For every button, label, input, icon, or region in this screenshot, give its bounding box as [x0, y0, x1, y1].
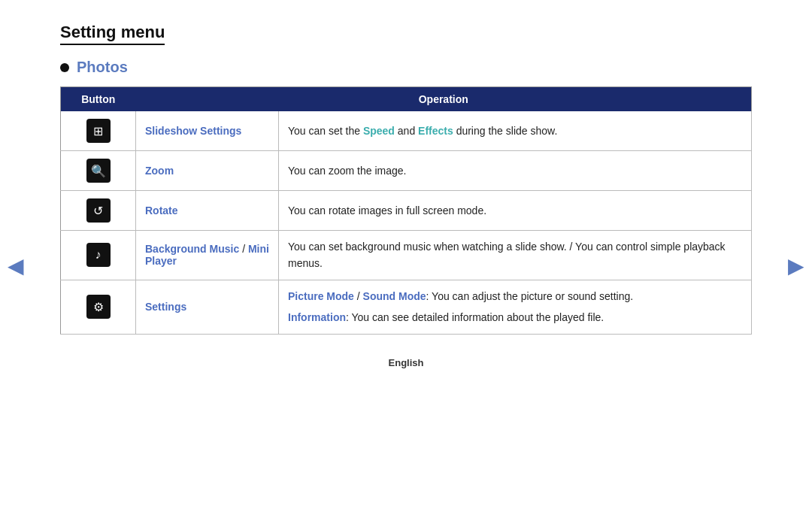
- grid-icon: ⊞: [86, 119, 111, 143]
- name-part: Zoom: [145, 165, 174, 177]
- operation-cell: You can zoom the image.: [279, 151, 752, 191]
- op-part: and: [395, 125, 418, 137]
- rotate-icon: ↺: [86, 198, 111, 223]
- section-bullet: [60, 63, 69, 72]
- op-part: Effects: [418, 125, 453, 137]
- button-cell: ♪: [61, 231, 136, 280]
- section-title: Photos: [77, 59, 128, 76]
- function-name-cell: Slideshow Settings: [136, 111, 279, 151]
- operation-cell: You can rotate images in full screen mod…: [279, 191, 752, 231]
- op-part: Picture Mode: [288, 290, 354, 302]
- table-row: ⊞Slideshow SettingsYou can set the Speed…: [61, 111, 752, 151]
- nav-right-arrow[interactable]: ▶: [788, 253, 804, 277]
- operation-cell: You can set the Speed and Effects during…: [279, 111, 752, 151]
- name-part: Background Music: [145, 243, 239, 255]
- function-name-cell: Rotate: [136, 191, 279, 231]
- op-part: during the slide show.: [453, 125, 558, 137]
- button-cell: 🔍: [61, 151, 136, 191]
- table-row: 🔍ZoomYou can zoom the image.: [61, 151, 752, 191]
- name-part: Rotate: [145, 204, 178, 217]
- op-part: /: [354, 290, 363, 302]
- op-part: You can rotate images in full screen mod…: [288, 204, 486, 217]
- nav-left-arrow[interactable]: ◀: [8, 253, 24, 277]
- name-part: /: [239, 243, 248, 255]
- op-part: : You can see detailed information about…: [346, 311, 604, 323]
- settings-icon: ⚙: [86, 295, 111, 319]
- function-name-cell: Zoom: [136, 151, 279, 191]
- table-row: ♪Background Music / Mini PlayerYou can s…: [61, 231, 752, 280]
- table-row: ↺RotateYou can rotate images in full scr…: [61, 191, 752, 231]
- col-operation-header: Operation: [136, 87, 752, 112]
- settings-table: Button Operation ⊞Slideshow SettingsYou …: [60, 86, 752, 335]
- page-title: Setting menu: [60, 23, 165, 45]
- operation-cell: You can set background music when watchi…: [279, 231, 752, 280]
- footer-language: English: [60, 357, 752, 368]
- op-part: Information: [288, 311, 346, 323]
- name-part: Slideshow Settings: [145, 125, 241, 137]
- section-header: Photos: [60, 59, 752, 76]
- operation-cell: Picture Mode / Sound Mode: You can adjus…: [279, 280, 752, 334]
- function-name-cell: Settings: [136, 280, 279, 334]
- op-part: You can set the: [288, 125, 363, 137]
- zoom-icon: 🔍: [86, 159, 111, 183]
- button-cell: ⊞: [61, 111, 136, 151]
- col-button-header: Button: [61, 87, 136, 112]
- op-part: You can set background music when watchi…: [288, 241, 726, 269]
- function-name-cell: Background Music / Mini Player: [136, 231, 279, 280]
- button-cell: ⚙: [61, 280, 136, 334]
- op-part: Sound Mode: [363, 290, 426, 302]
- op-part: Speed: [363, 125, 395, 137]
- table-header-row: Button Operation: [61, 87, 752, 112]
- name-part: Settings: [145, 301, 186, 313]
- table-row: ⚙SettingsPicture Mode / Sound Mode: You …: [61, 280, 752, 334]
- music-icon: ♪: [86, 243, 111, 267]
- op-part: : You can adjust the picture or sound se…: [426, 290, 634, 302]
- button-cell: ↺: [61, 191, 136, 231]
- op-part: You can zoom the image.: [288, 165, 406, 177]
